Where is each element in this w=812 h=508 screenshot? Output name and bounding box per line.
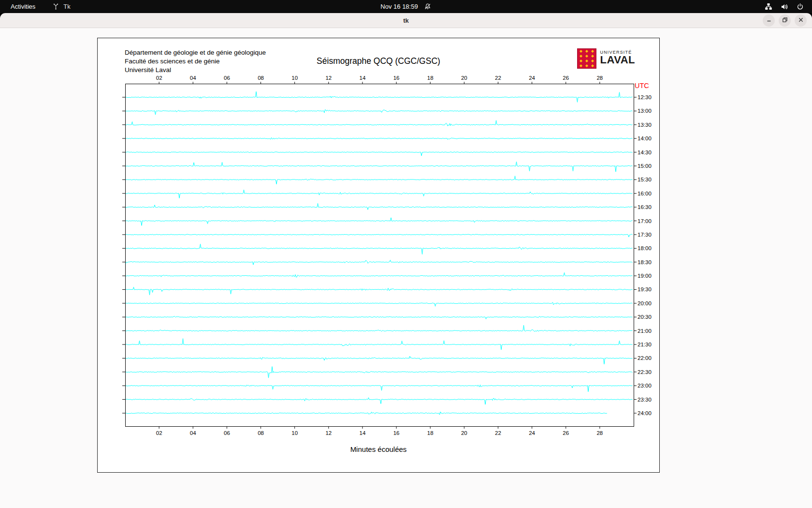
x-axis-label: Minutes écoulées <box>98 445 659 453</box>
minimize-button[interactable] <box>763 15 775 27</box>
x-tick-label-top: 06 <box>224 75 230 81</box>
seismogram-trace <box>126 412 607 415</box>
focused-app-name: Tk <box>63 3 70 10</box>
x-tick-label-top: 14 <box>360 75 366 81</box>
trace-time-label: 13:30 <box>638 122 652 128</box>
trace-time-label: 19:00 <box>638 273 652 279</box>
x-tick-label-bottom: 16 <box>393 430 400 436</box>
seismogram-trace <box>126 162 633 172</box>
seismogram-trace <box>126 367 633 378</box>
window-titlebar[interactable]: tk <box>0 13 812 28</box>
trace-time-label: 21:30 <box>638 342 652 347</box>
trace-time-label: 18:30 <box>638 259 652 265</box>
x-tick-label-top: 08 <box>258 75 264 81</box>
volume-icon <box>781 3 788 11</box>
seismogram-trace <box>126 120 633 126</box>
trace-time-label: 20:30 <box>638 314 652 320</box>
seismogram-trace <box>126 260 633 265</box>
seismogram-trace <box>126 244 633 254</box>
seismogram-trace <box>126 203 633 209</box>
x-tick-label-top: 02 <box>156 75 162 81</box>
trace-time-label: 16:30 <box>638 204 652 210</box>
x-tick-label-top: 22 <box>495 75 501 81</box>
trace-time-label: 22:30 <box>638 369 652 375</box>
clock-label: Nov 16 18:59 <box>380 3 418 10</box>
minimize-icon <box>766 16 772 25</box>
seismogram-trace <box>126 316 633 319</box>
seismogram-trace <box>126 287 633 295</box>
seismogram-trace <box>126 91 633 102</box>
x-tick-label-bottom: 22 <box>495 430 501 436</box>
seismogram-trace <box>126 110 633 115</box>
x-tick-label-top: 18 <box>427 75 434 81</box>
window-title: tk <box>403 17 409 24</box>
seismogram-trace <box>126 302 633 306</box>
trace-time-label: 14:00 <box>638 135 652 141</box>
x-tick-label-top: 28 <box>596 75 603 81</box>
x-tick-label-bottom: 14 <box>360 430 366 436</box>
seismogram-trace <box>126 137 633 139</box>
x-tick-label-bottom: 12 <box>325 430 332 436</box>
trace-time-label: 18:00 <box>638 245 652 251</box>
system-menu[interactable] <box>765 3 812 11</box>
seismogram-trace <box>126 339 633 350</box>
seismogram-trace <box>126 385 633 391</box>
seismogram-plot: 0202040406060808101012121414161618182020… <box>98 38 660 473</box>
trace-time-label: 21:00 <box>638 328 652 334</box>
window-content: Département de géologie et de génie géol… <box>0 28 812 508</box>
trace-time-label: 23:00 <box>638 383 652 388</box>
close-icon <box>798 16 804 25</box>
activities-button[interactable]: Activities <box>6 2 40 11</box>
trace-time-label: 24:00 <box>638 410 652 416</box>
trace-time-label: 14:30 <box>638 149 652 155</box>
x-tick-label-bottom: 08 <box>258 430 264 436</box>
seismogram-trace <box>126 272 633 277</box>
plot-frame <box>126 84 634 427</box>
x-tick-label-top: 24 <box>529 75 535 81</box>
trace-time-label: 16:00 <box>638 191 652 196</box>
seismogram-trace <box>126 325 633 331</box>
x-tick-label-bottom: 02 <box>156 430 162 436</box>
x-tick-label-bottom: 04 <box>190 430 196 436</box>
x-tick-label-top: 12 <box>325 75 332 81</box>
restore-icon <box>782 16 788 25</box>
trace-time-label: 13:00 <box>638 108 652 114</box>
x-tick-label-bottom: 26 <box>563 430 569 436</box>
trace-time-label: 22:00 <box>638 355 652 361</box>
seismogram-trace <box>126 190 633 198</box>
tk-app-icon <box>52 3 59 10</box>
clock-menu[interactable]: Nov 16 18:59 <box>380 0 431 13</box>
x-tick-label-bottom: 24 <box>529 430 535 436</box>
restore-button[interactable] <box>779 15 791 27</box>
x-tick-label-top: 10 <box>291 75 298 81</box>
seismogram-trace <box>126 176 633 184</box>
seismograph-canvas: Département de géologie et de génie géol… <box>97 38 660 473</box>
power-icon <box>797 3 804 10</box>
network-icon <box>765 3 772 11</box>
trace-time-label: 23:30 <box>638 397 652 403</box>
gnome-top-bar: Activities Tk Nov 16 18:59 <box>0 0 812 13</box>
trace-time-label: 17:30 <box>638 232 652 238</box>
utc-label: UTC <box>635 82 649 90</box>
seismogram-trace <box>126 152 633 156</box>
trace-time-label: 17:00 <box>638 218 652 224</box>
focused-app-indicator[interactable]: Tk <box>52 3 70 10</box>
x-tick-label-top: 26 <box>563 75 569 81</box>
seismogram-trace <box>126 234 633 237</box>
x-tick-label-bottom: 06 <box>224 430 230 436</box>
x-tick-label-top: 04 <box>190 75 196 81</box>
notifications-muted-icon <box>424 3 432 10</box>
close-button[interactable] <box>795 15 807 27</box>
x-tick-label-bottom: 20 <box>461 430 467 436</box>
trace-time-label: 20:00 <box>638 300 652 306</box>
x-tick-label-bottom: 10 <box>291 430 298 436</box>
x-tick-label-top: 16 <box>393 75 400 81</box>
seismogram-trace <box>126 218 633 225</box>
seismogram-trace <box>126 356 633 364</box>
seismogram-trace <box>126 398 633 404</box>
trace-time-label: 15:00 <box>638 163 652 169</box>
x-tick-label-top: 20 <box>461 75 467 81</box>
trace-time-label: 19:30 <box>638 286 652 292</box>
x-tick-label-bottom: 18 <box>427 430 434 436</box>
x-tick-label-bottom: 28 <box>596 430 603 436</box>
